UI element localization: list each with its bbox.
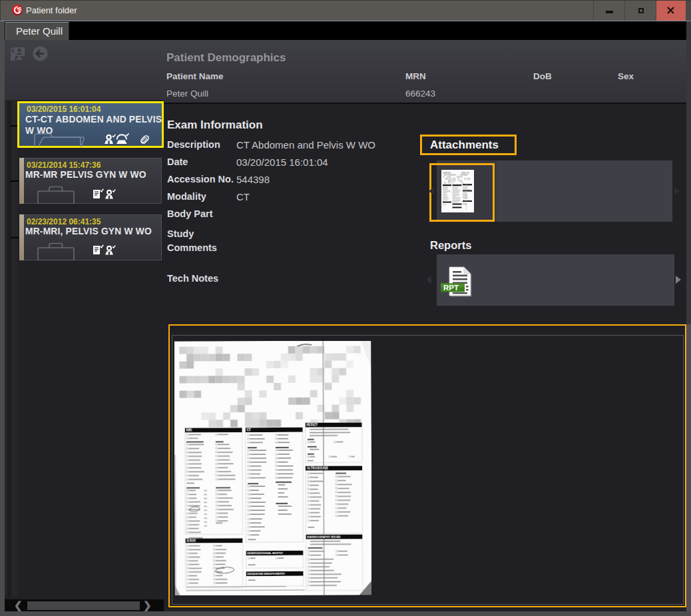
svg-text:RPT: RPT [443, 284, 459, 292]
svg-text:MRI: MRI [186, 429, 192, 432]
svg-text:PET/CT: PET/CT [307, 424, 318, 427]
svg-text:ULTRASOUND: ULTRASOUND [307, 467, 329, 470]
svg-text:CT: CT [247, 428, 251, 432]
svg-text:DEXA BONE DENSITOMETRY: DEXA BONE DENSITOMETRY [248, 572, 286, 575]
svg-text:MAMMOGRAPHY W/CAD: MAMMOGRAPHY W/CAD [307, 535, 340, 539]
svg-text:INTERVENTIONAL BIOPSY: INTERVENTIONAL BIOPSY [248, 551, 284, 555]
svg-text:X-RAY: X-RAY [186, 539, 196, 543]
